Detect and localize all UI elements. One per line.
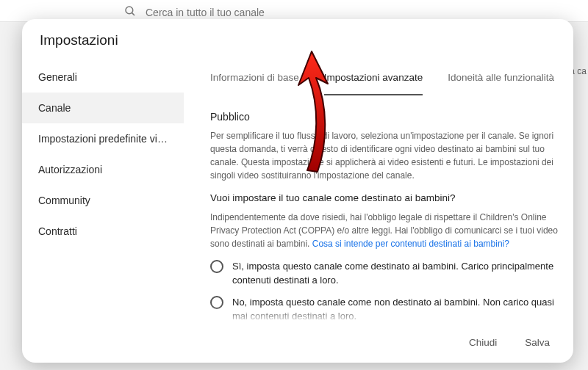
modal-title: Impostazioni (22, 19, 573, 59)
settings-content: Informazioni di base Impostazioni avanza… (184, 59, 573, 324)
settings-sidebar: Generali Canale Impostazioni predefinite… (22, 59, 184, 324)
tab-feature-eligibility[interactable]: Idoneità alle funzionalità (448, 63, 554, 95)
close-button[interactable]: Chiudi (459, 331, 507, 354)
audience-heading: Pubblico (210, 109, 559, 125)
search-icon (123, 4, 137, 20)
tab-advanced-settings[interactable]: Impostazioni avanzate (324, 63, 423, 95)
coppa-help-link[interactable]: Cosa si intende per contenuti destinati … (312, 239, 509, 249)
tab-basic-info[interactable]: Informazioni di base (210, 63, 299, 95)
sidebar-item-general[interactable]: Generali (22, 62, 184, 92)
radio-label: No, imposta questo canale come non desti… (232, 295, 559, 324)
audience-legal-text: Indipendentemente da dove risiedi, hai l… (210, 211, 559, 250)
audience-option-no[interactable]: No, imposta questo canale come non desti… (210, 295, 559, 324)
audience-description: Per semplificare il tuo flusso di lavoro… (210, 129, 559, 182)
audience-option-yes[interactable]: Sì, imposta questo canale come destinato… (210, 259, 559, 288)
modal-footer: Chiudi Salva (22, 324, 573, 363)
channel-tabs: Informazioni di base Impostazioni avanza… (210, 63, 559, 96)
sidebar-item-channel[interactable]: Canale (22, 92, 184, 123)
radio-icon (210, 260, 223, 273)
search-placeholder: Cerca in tutto il tuo canale (146, 7, 265, 18)
sidebar-item-upload-defaults[interactable]: Impostazioni predefinite vide… (22, 123, 184, 154)
radio-icon (210, 296, 223, 309)
audience-question: Vuoi impostare il tuo canale come destin… (210, 191, 559, 206)
svg-point-0 (126, 7, 133, 14)
radio-label: Sì, imposta questo canale come destinato… (232, 259, 559, 288)
sidebar-item-agreements[interactable]: Contratti (22, 216, 184, 247)
settings-modal: Impostazioni Generali Canale Impostazion… (22, 19, 573, 363)
sidebar-item-permissions[interactable]: Autorizzazioni (22, 154, 184, 185)
sidebar-item-community[interactable]: Community (22, 185, 184, 216)
save-button[interactable]: Salva (514, 331, 560, 354)
svg-line-1 (132, 13, 135, 15)
global-search[interactable]: Cerca in tutto il tuo canale (123, 0, 265, 20)
